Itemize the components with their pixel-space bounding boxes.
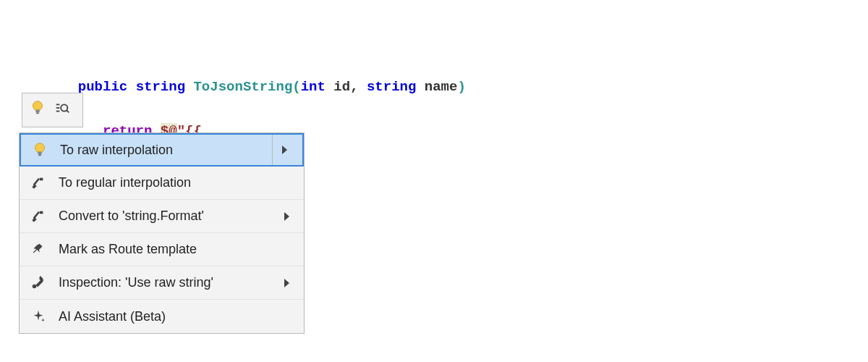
chevron-right-icon xyxy=(284,279,289,287)
menu-item-convert-to-string-format[interactable]: Convert to 'string.Format' xyxy=(20,200,304,233)
code-editor[interactable]: public string ToJsonString(int id, strin… xyxy=(61,54,466,143)
submenu-indicator[interactable] xyxy=(272,135,297,165)
svg-rect-7 xyxy=(38,152,42,155)
param-id: id xyxy=(333,79,350,95)
keyword-int: int xyxy=(301,79,326,95)
menu-item-label: AI Assistant (Beta) xyxy=(59,309,275,324)
menu-item-to-regular-interpolation[interactable]: To regular interpolation xyxy=(20,167,304,200)
quick-actions-menu: To raw interpolation To regular interpol… xyxy=(19,132,305,334)
menu-item-mark-as-route-template[interactable]: Mark as Route template xyxy=(20,233,304,266)
pin-icon xyxy=(28,242,48,258)
lightbulb-icon xyxy=(30,100,46,120)
svg-rect-9 xyxy=(32,184,36,188)
keyword-string: string xyxy=(136,79,185,95)
chevron-right-icon xyxy=(282,146,287,154)
comma: , xyxy=(350,79,358,95)
hammer-icon xyxy=(28,209,48,224)
svg-rect-10 xyxy=(32,217,36,222)
sparkle-icon xyxy=(28,308,48,324)
quick-actions-strip[interactable] xyxy=(22,93,83,127)
wrench-icon xyxy=(28,275,48,291)
submenu-indicator xyxy=(275,212,298,221)
chevron-right-icon xyxy=(284,212,289,221)
inspect-icon xyxy=(54,100,70,120)
svg-point-11 xyxy=(33,284,37,288)
menu-item-ai-assistant[interactable]: AI Assistant (Beta) xyxy=(20,300,304,333)
method-name: ToJsonString xyxy=(193,79,292,95)
svg-point-5 xyxy=(61,104,67,111)
paren-close: ) xyxy=(457,79,465,95)
svg-rect-0 xyxy=(35,110,40,113)
menu-item-label: To raw interpolation xyxy=(60,143,272,158)
menu-item-label: Convert to 'string.Format' xyxy=(59,209,275,224)
hammer-icon xyxy=(28,175,48,191)
paren-open: ( xyxy=(292,79,300,95)
menu-item-label: Mark as Route template xyxy=(59,242,275,257)
submenu-indicator xyxy=(275,279,298,287)
lightbulb-icon xyxy=(30,142,50,158)
keyword-string2: string xyxy=(367,79,416,95)
menu-item-label: To regular interpolation xyxy=(59,175,275,190)
svg-rect-8 xyxy=(38,154,41,156)
menu-item-label: Inspection: 'Use raw string' xyxy=(59,275,275,290)
svg-line-6 xyxy=(67,110,69,112)
menu-item-to-raw-interpolation[interactable]: To raw interpolation xyxy=(20,133,304,167)
param-name: name xyxy=(425,79,458,95)
svg-rect-1 xyxy=(36,112,39,114)
menu-item-inspection-use-raw-string[interactable]: Inspection: 'Use raw string' xyxy=(20,266,304,300)
keyword-public: public xyxy=(78,79,127,95)
